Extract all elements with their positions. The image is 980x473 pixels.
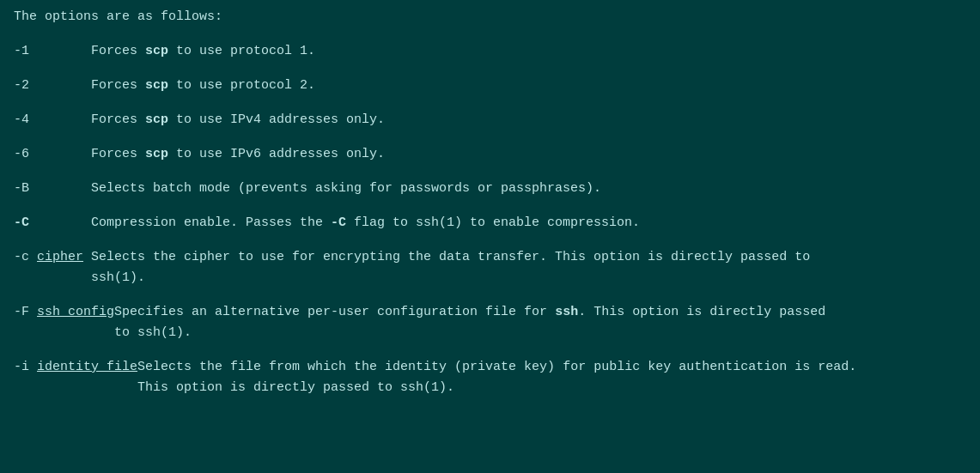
description-line: Selects the file from which the identity… — [137, 357, 966, 378]
description-line: Selects batch mode (prevents asking for … — [91, 179, 966, 199]
option-block: -i identity_fileSelects the file from wh… — [14, 357, 966, 398]
option-flag: -i identity_file — [14, 357, 137, 378]
option-block: -c cipherSelects the cipher to use for e… — [14, 247, 966, 288]
option-flag: -B — [14, 179, 91, 199]
option-description: Forces scp to use protocol 1. — [91, 41, 966, 62]
description-line: Selects the cipher to use for encrypting… — [91, 247, 966, 268]
description-line: Forces scp to use IPv6 addresses only. — [91, 144, 966, 165]
flag-underlined: ssh_config — [37, 305, 114, 319]
description-line: ssh(1). — [91, 268, 966, 288]
option-description: Specifies an alternative per-user config… — [114, 302, 966, 343]
description-line: Specifies an alternative per-user config… — [114, 302, 966, 323]
option-flag: -C — [14, 213, 91, 233]
option-flag: -F ssh_config — [14, 302, 114, 323]
option-flag: -2 — [14, 76, 91, 96]
description-line: Forces scp to use protocol 2. — [91, 76, 966, 96]
options-container: -1Forces scp to use protocol 1.-2Forces … — [14, 41, 966, 398]
option-block: -2Forces scp to use protocol 2. — [14, 76, 966, 96]
option-block: -1Forces scp to use protocol 1. — [14, 41, 966, 62]
description-line: Compression enable. Passes the -C flag t… — [91, 213, 966, 233]
flag-underlined: identity_file — [37, 360, 137, 374]
option-block: -4Forces scp to use IPv4 addresses only. — [14, 110, 966, 130]
description-line: Forces scp to use protocol 1. — [91, 41, 966, 62]
flag-prefix: -c — [14, 250, 37, 264]
description-line: Forces scp to use IPv4 addresses only. — [91, 110, 966, 130]
option-flag: -1 — [14, 41, 91, 62]
option-flag: -c cipher — [14, 247, 91, 268]
option-description: Forces scp to use IPv6 addresses only. — [91, 144, 966, 165]
intro-line: The options are as follows: — [14, 7, 966, 27]
option-block: -BSelects batch mode (prevents asking fo… — [14, 179, 966, 199]
description-line: This option is directly passed to ssh(1)… — [137, 378, 966, 398]
option-block: -CCompression enable. Passes the -C flag… — [14, 213, 966, 233]
option-description: Selects the cipher to use for encrypting… — [91, 247, 966, 288]
option-block: -6Forces scp to use IPv6 addresses only. — [14, 144, 966, 165]
option-description: Forces scp to use protocol 2. — [91, 76, 966, 96]
option-description: Selects the file from which the identity… — [137, 357, 966, 398]
option-description: Selects batch mode (prevents asking for … — [91, 179, 966, 199]
flag-prefix: -F — [14, 305, 37, 319]
option-description: Forces scp to use IPv4 addresses only. — [91, 110, 966, 130]
option-flag: -4 — [14, 110, 91, 130]
flag-prefix: -i — [14, 360, 37, 374]
description-line: to ssh(1). — [114, 323, 966, 343]
flag-underlined: cipher — [37, 250, 83, 264]
option-flag: -6 — [14, 144, 91, 165]
option-description: Compression enable. Passes the -C flag t… — [91, 213, 966, 233]
option-block: -F ssh_configSpecifies an alternative pe… — [14, 302, 966, 343]
